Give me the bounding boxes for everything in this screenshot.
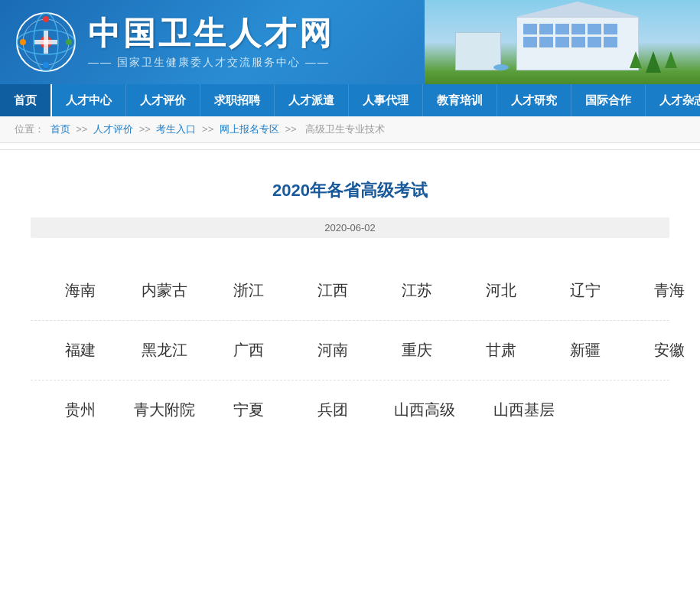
main-content: 2020年各省高级考试 2020-06-02 海南 内蒙古 浙江 江西 江苏 河… xyxy=(0,156,700,462)
province-row-1: 海南 内蒙古 浙江 江西 江苏 河北 辽宁 青海 xyxy=(31,261,669,321)
breadcrumb-examinee[interactable]: 考生入口 xyxy=(156,123,196,135)
province-guizhou[interactable]: 贵州 xyxy=(38,400,122,420)
province-xinjiang[interactable]: 新疆 xyxy=(543,340,627,361)
province-ningxia[interactable]: 宁夏 xyxy=(207,400,291,420)
nav-talent-research[interactable]: 人才研究 xyxy=(497,84,571,116)
nav-talent-mag[interactable]: 人才杂志 xyxy=(646,84,700,116)
province-qingda-affiliated[interactable]: 青大附院 xyxy=(122,400,207,420)
breadcrumb-label: 位置： xyxy=(15,123,44,135)
nav-job-recruit[interactable]: 求职招聘 xyxy=(200,84,275,116)
breadcrumb-sep3: >> xyxy=(202,123,217,135)
svg-point-9 xyxy=(43,62,49,68)
province-row-3: 贵州 青大附院 宁夏 兵团 山西高级 山西基层 xyxy=(31,380,669,439)
province-shanxi-senior[interactable]: 山西高级 xyxy=(375,400,474,420)
svg-point-8 xyxy=(66,39,72,45)
province-hebei[interactable]: 河北 xyxy=(459,280,543,301)
breadcrumb: 位置： 首页 >> 人才评价 >> 考生入口 >> 网上报名专区 >> 高级卫生… xyxy=(0,116,700,143)
province-jiangsu[interactable]: 江苏 xyxy=(375,280,459,301)
province-shanxi-grassroots[interactable]: 山西基层 xyxy=(474,400,574,420)
province-zhejiang[interactable]: 浙江 xyxy=(207,280,291,301)
breadcrumb-online-reg[interactable]: 网上报名专区 xyxy=(220,123,279,135)
breadcrumb-sep2: >> xyxy=(139,123,154,135)
province-heilongjiang[interactable]: 黑龙江 xyxy=(122,340,207,361)
header-image xyxy=(425,0,700,84)
nav-talent-dispatch[interactable]: 人才派遣 xyxy=(275,84,349,116)
nav-education[interactable]: 教育培训 xyxy=(423,84,497,116)
province-henan[interactable]: 河南 xyxy=(291,340,375,361)
province-guangxi[interactable]: 广西 xyxy=(207,340,291,361)
nav-hr-agency[interactable]: 人事代理 xyxy=(349,84,423,116)
province-neimenggu[interactable]: 内蒙古 xyxy=(122,280,207,301)
province-liaoning[interactable]: 辽宁 xyxy=(543,280,627,301)
page-title: 2020年各省高级考试 xyxy=(31,179,669,202)
breadcrumb-sep1: >> xyxy=(76,123,90,135)
province-anhui[interactable]: 安徽 xyxy=(627,340,700,361)
nav-intl-coop[interactable]: 国际合作 xyxy=(571,84,646,116)
province-jiangxi[interactable]: 江西 xyxy=(291,280,375,301)
nav-talent-eval[interactable]: 人才评价 xyxy=(126,84,200,116)
province-bingtuan[interactable]: 兵团 xyxy=(291,400,375,420)
province-chongqing[interactable]: 重庆 xyxy=(375,340,459,361)
province-hainan[interactable]: 海南 xyxy=(38,280,122,301)
breadcrumb-current: 高级卫生专业技术 xyxy=(305,123,385,135)
province-row-2: 福建 黑龙江 广西 河南 重庆 甘肃 新疆 安徽 xyxy=(31,321,669,380)
province-qinghai[interactable]: 青海 xyxy=(627,280,700,301)
breadcrumb-sep4: >> xyxy=(285,123,300,135)
svg-point-7 xyxy=(43,16,49,22)
province-fujian[interactable]: 福建 xyxy=(38,340,122,361)
nav-talent-center[interactable]: 人才中心 xyxy=(52,84,126,116)
breadcrumb-home[interactable]: 首页 xyxy=(50,123,70,135)
province-gansu[interactable]: 甘肃 xyxy=(459,340,543,361)
date-bar: 2020-06-02 xyxy=(31,217,669,238)
navigation: 首页 人才中心 人才评价 求职招聘 人才派遣 人事代理 教育培训 人才研究 国际… xyxy=(0,84,700,116)
breadcrumb-eval[interactable]: 人才评价 xyxy=(93,123,133,135)
svg-point-10 xyxy=(20,39,26,45)
svg-rect-6 xyxy=(34,40,57,44)
nav-home[interactable]: 首页 xyxy=(0,84,52,116)
site-logo xyxy=(15,11,77,73)
header: 中国卫生人才网 —— 国家卫生健康委人才交流服务中心 —— xyxy=(0,0,700,84)
